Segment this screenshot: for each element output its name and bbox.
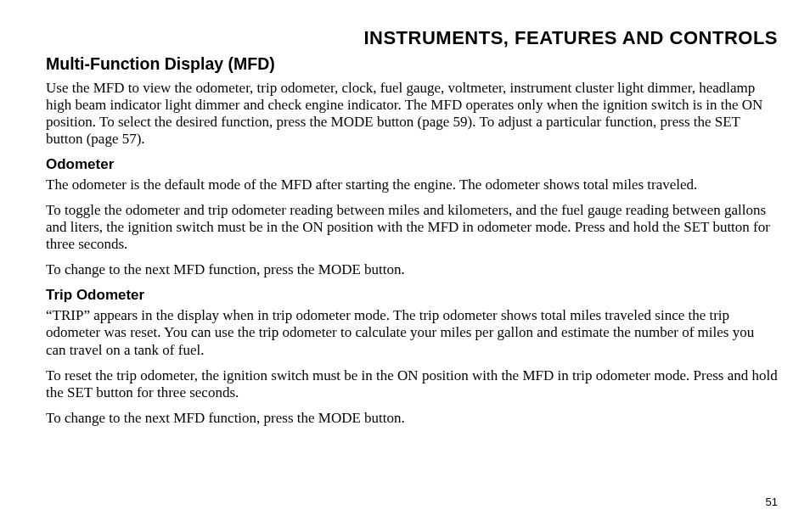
subsection-title-trip-odometer: Trip Odometer (46, 287, 778, 304)
trip-odometer-paragraph-2: To reset the trip odometer, the ignition… (46, 367, 778, 401)
intro-paragraph: Use the MFD to view the odometer, trip o… (46, 80, 778, 148)
odometer-paragraph-3: To change to the next MFD function, pres… (46, 261, 778, 278)
page-number: 51 (766, 496, 778, 508)
page-header: INSTRUMENTS, FEATURES AND CONTROLS (46, 27, 778, 49)
section-title: Multi-Function Display (MFD) (46, 54, 778, 74)
odometer-paragraph-1: The odometer is the default mode of the … (46, 176, 778, 193)
odometer-paragraph-2: To toggle the odometer and trip odometer… (46, 202, 778, 253)
subsection-title-odometer: Odometer (46, 156, 778, 173)
trip-odometer-paragraph-1: “TRIP” appears in the display when in tr… (46, 307, 778, 358)
trip-odometer-paragraph-3: To change to the next MFD function, pres… (46, 410, 778, 427)
